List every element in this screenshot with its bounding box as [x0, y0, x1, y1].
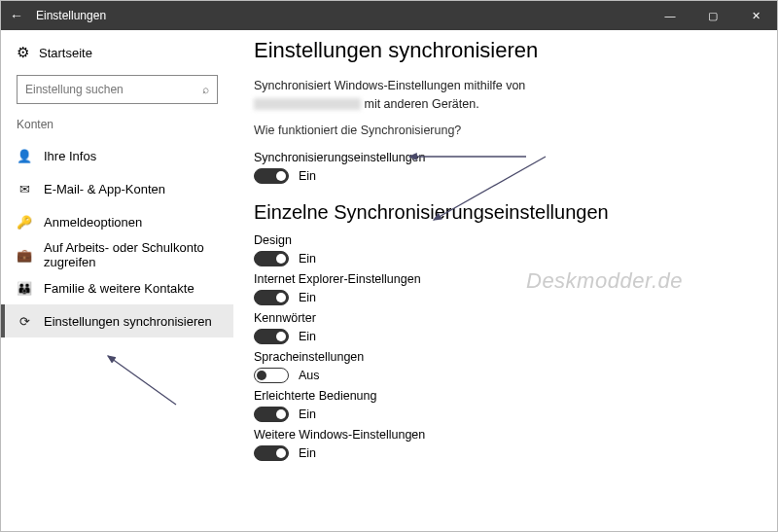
setting-state: Ein [299, 408, 316, 421]
sidebar-item-label: Einstellungen synchronisieren [44, 314, 212, 329]
setting-4: Erleichterte BedienungEin [254, 389, 758, 422]
window-title: Einstellungen [32, 9, 649, 22]
setting-1: Internet Explorer-EinstellungenEin [254, 272, 758, 305]
gear-icon: ⚙ [17, 44, 29, 61]
setting-state: Ein [299, 252, 316, 266]
sidebar-item-label: Auf Arbeits- oder Schulkonto zugreifen [44, 240, 233, 269]
setting-label: Design [254, 233, 758, 247]
sidebar-item-0[interactable]: 👤Ihre Infos [1, 139, 233, 172]
sidebar-item-2[interactable]: 🔑Anmeldeoptionen [1, 205, 233, 238]
maximize-button[interactable]: ▢ [691, 1, 734, 30]
sidebar-item-label: Anmeldeoptionen [44, 215, 142, 230]
search-icon: ⌕ [202, 83, 209, 96]
setting-label: Weitere Windows-Einstellungen [254, 428, 758, 442]
setting-toggle[interactable] [254, 445, 289, 461]
sidebar-item-1[interactable]: ✉E-Mail- & App-Konten [1, 172, 233, 205]
sidebar-item-label: Familie & weitere Kontakte [44, 281, 194, 296]
search-input[interactable] [25, 83, 202, 96]
section-title: Einzelne Synchronisierungseinstellungen [254, 201, 758, 224]
page-title: Einstellungen synchronisieren [254, 38, 758, 63]
sidebar-group-label: Konten [17, 118, 218, 131]
intro-post: mit anderen Geräten. [364, 97, 478, 111]
nav-icon: 👪 [17, 281, 32, 296]
setting-label: Erleichterte Bedienung [254, 389, 758, 403]
home-link[interactable]: ⚙ Startseite [17, 44, 218, 61]
titlebar: ← Einstellungen — ▢ ✕ [1, 1, 777, 30]
master-sync-label: Synchronisierungseinstellungen [254, 151, 758, 164]
nav-icon: ⟳ [17, 314, 32, 329]
setting-state: Ein [299, 330, 316, 343]
setting-2: KennwörterEin [254, 311, 758, 344]
nav-icon: 💼 [17, 248, 32, 263]
help-link[interactable]: Wie funktioniert die Synchronisierung? [254, 124, 758, 137]
sidebar-item-4[interactable]: 👪Familie & weitere Kontakte [1, 271, 233, 304]
redacted-account [254, 98, 361, 110]
sync-intro: Synchronisiert Windows-Einstellungen mit… [254, 77, 758, 114]
setting-toggle[interactable] [254, 251, 289, 266]
sidebar-item-label: E-Mail- & App-Konten [44, 182, 165, 196]
setting-toggle[interactable] [254, 290, 289, 305]
close-button[interactable]: ✕ [734, 1, 777, 30]
sidebar-item-5[interactable]: ⟳Einstellungen synchronisieren [1, 304, 233, 337]
nav-icon: ✉ [17, 182, 32, 196]
setting-toggle[interactable] [254, 368, 289, 383]
setting-state: Aus [299, 369, 320, 382]
back-button[interactable]: ← [1, 8, 32, 23]
sidebar-item-label: Ihre Infos [44, 149, 96, 163]
nav-icon: 👤 [17, 149, 32, 163]
setting-label: Kennwörter [254, 311, 758, 325]
setting-3: SpracheinstellungenAus [254, 350, 758, 383]
setting-toggle[interactable] [254, 329, 289, 344]
master-sync-state: Ein [299, 169, 316, 183]
setting-label: Spracheinstellungen [254, 350, 758, 364]
nav-icon: 🔑 [17, 215, 32, 230]
setting-state: Ein [299, 446, 316, 460]
setting-label: Internet Explorer-Einstellungen [254, 272, 758, 286]
sidebar: ⚙ Startseite ⌕ Konten 👤Ihre Infos✉E-Mail… [1, 30, 234, 531]
home-label: Startseite [39, 46, 92, 60]
minimize-button[interactable]: — [649, 1, 691, 30]
setting-0: DesignEin [254, 233, 758, 266]
sidebar-item-3[interactable]: 💼Auf Arbeits- oder Schulkonto zugreifen [1, 238, 233, 271]
setting-5: Weitere Windows-EinstellungenEin [254, 428, 758, 461]
master-sync-toggle[interactable] [254, 168, 289, 184]
master-sync-setting: Synchronisierungseinstellungen Ein [254, 151, 758, 184]
intro-pre: Synchronisiert Windows-Einstellungen mit… [254, 79, 525, 92]
main-area: Einstellungen synchronisieren Synchronis… [234, 30, 777, 531]
search-box[interactable]: ⌕ [17, 75, 218, 104]
setting-toggle[interactable] [254, 407, 289, 422]
setting-state: Ein [299, 291, 316, 304]
